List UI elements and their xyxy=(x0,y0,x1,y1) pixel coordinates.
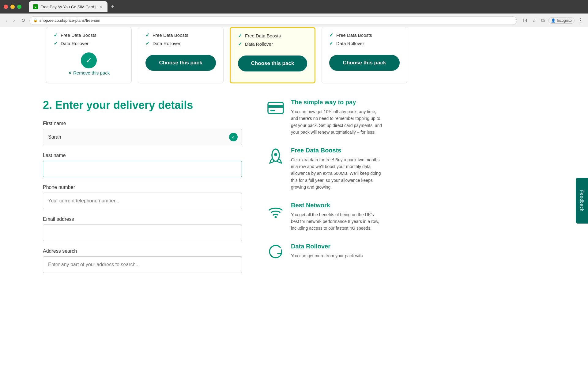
pack1-feature-data-rollover: ✓ Data Rollover xyxy=(54,40,124,46)
address-label: Address search xyxy=(43,248,242,254)
pack4-feature-data-boosts: ✓ Free Data Boosts xyxy=(329,32,400,38)
rollover-icon xyxy=(266,243,285,261)
feature-label: Data Rollover xyxy=(61,41,89,46)
menu-button[interactable]: ⋮ xyxy=(577,16,584,25)
new-tab-button[interactable]: + xyxy=(109,2,117,11)
incognito-icon: 👤 xyxy=(551,18,556,23)
pack-card-4: ✓ Free Data Boosts ✓ Data Rollover Choos… xyxy=(322,27,407,83)
check-icon: ✓ xyxy=(145,40,149,46)
rocket-icon xyxy=(266,147,285,165)
url-text: shop.ee.co.uk/price-plans/free-sim xyxy=(40,18,100,23)
check-icon: ✓ xyxy=(54,40,58,46)
check-icon: ✓ xyxy=(238,33,242,39)
selected-check-circle: ✓ xyxy=(81,52,97,68)
back-button[interactable]: ‹ xyxy=(4,17,9,25)
feature-label: Free Data Boosts xyxy=(245,33,281,38)
feature-label: Free Data Boosts xyxy=(61,33,96,38)
info-data-rollover-title: Data Rollover xyxy=(291,243,363,250)
info-card-data-rollover: Data Rollover You can get more from your… xyxy=(266,243,383,261)
address-input-wrap xyxy=(43,256,242,273)
reload-button[interactable]: ↻ xyxy=(19,16,27,25)
navigation-bar: ‹ › ↻ 🔒 shop.ee.co.uk/price-plans/free-s… xyxy=(0,13,588,27)
phone-number-input[interactable] xyxy=(43,193,242,209)
bookmark-button[interactable]: ☆ xyxy=(531,16,537,25)
svg-rect-0 xyxy=(268,102,283,113)
pack4-feature-data-rollover: ✓ Data Rollover xyxy=(329,40,400,46)
feature-label: Data Rollover xyxy=(245,41,273,47)
info-best-network-desc: You get all the benefits of being on the… xyxy=(291,211,383,232)
info-card-best-network: Best Network You get all the benefits of… xyxy=(266,202,383,232)
first-name-input-wrap: ✓ xyxy=(43,129,242,145)
info-free-data-title: Free Data Boosts xyxy=(291,147,383,154)
last-name-input-wrap xyxy=(43,161,242,177)
check-icon: ✓ xyxy=(145,32,149,38)
feature-label: Data Rollover xyxy=(153,41,180,46)
first-name-group: First name ✓ xyxy=(43,121,242,145)
check-icon: ✓ xyxy=(54,32,58,38)
pack-card-3: ✓ Free Data Boosts ✓ Data Rollover Choos… xyxy=(230,27,315,83)
choose-pack-2-button[interactable]: Choose this pack xyxy=(145,55,216,71)
nav-right-icons: ⊡ ☆ ⧉ 👤 Incognito ⋮ xyxy=(522,16,584,25)
pack4-features: ✓ Free Data Boosts ✓ Data Rollover xyxy=(329,27,400,49)
last-name-label: Last name xyxy=(43,153,242,158)
pack1-feature-data-boosts: ✓ Free Data Boosts xyxy=(54,32,124,38)
feature-label: Data Rollover xyxy=(336,41,364,46)
info-free-data-text: Free Data Boosts Get extra data for free… xyxy=(291,147,383,191)
email-label: Email address xyxy=(43,217,242,222)
svg-rect-2 xyxy=(270,110,275,111)
minimize-window-button[interactable] xyxy=(10,5,15,9)
info-card-simple-pay: The simple way to pay You can now get 10… xyxy=(266,99,383,136)
card-icon xyxy=(266,99,285,117)
traffic-lights xyxy=(4,5,21,9)
phone-number-group: Phone number xyxy=(43,185,242,209)
address-input[interactable] xyxy=(43,256,242,273)
lock-icon: 🔒 xyxy=(33,18,38,22)
tab-title: Free Pay As You Go SIM Card | xyxy=(40,5,96,9)
feedback-tab[interactable]: Feedback xyxy=(576,178,588,224)
tab-close-button[interactable]: × xyxy=(99,5,103,9)
last-name-input[interactable] xyxy=(43,161,242,177)
section-title: 2. Enter your delivery details xyxy=(43,99,242,112)
svg-point-4 xyxy=(274,153,277,156)
first-name-input[interactable] xyxy=(43,129,242,145)
choose-pack-3-button[interactable]: Choose this pack xyxy=(238,56,307,71)
email-input[interactable] xyxy=(43,224,242,241)
check-icon: ✓ xyxy=(329,40,333,46)
page-content: ✓ Free Data Boosts ✓ Data Rollover ✓ ✕ R… xyxy=(0,27,588,368)
pack1-features: ✓ Free Data Boosts ✓ Data Rollover xyxy=(54,27,124,49)
pack-card-1: ✓ Free Data Boosts ✓ Data Rollover ✓ ✕ R… xyxy=(46,27,132,83)
pack1-selected-state: ✓ ✕ Remove this pack xyxy=(68,52,110,76)
incognito-badge: 👤 Incognito xyxy=(548,17,575,24)
extension-button[interactable]: ⧉ xyxy=(540,17,546,25)
remove-pack-button[interactable]: ✕ Remove this pack xyxy=(68,70,110,76)
close-window-button[interactable] xyxy=(4,5,8,9)
active-tab[interactable]: G Free Pay As You Go SIM Card | × xyxy=(29,1,107,12)
forward-button[interactable]: › xyxy=(11,17,17,25)
phone-number-input-wrap xyxy=(43,193,242,209)
email-group: Email address xyxy=(43,217,242,241)
feature-label: Free Data Boosts xyxy=(336,33,372,38)
phone-number-label: Phone number xyxy=(43,185,242,190)
last-name-group: Last name xyxy=(43,153,242,177)
address-bar[interactable]: 🔒 shop.ee.co.uk/price-plans/free-sim xyxy=(29,16,517,25)
svg-point-5 xyxy=(275,216,277,218)
main-layout: 2. Enter your delivery details First nam… xyxy=(0,93,588,280)
info-simple-pay-desc: You can now get 10% off any pack, any ti… xyxy=(291,108,383,136)
info-simple-pay-title: The simple way to pay xyxy=(291,99,383,106)
info-card-free-data: Free Data Boosts Get extra data for free… xyxy=(266,147,383,191)
svg-rect-1 xyxy=(268,105,283,108)
maximize-window-button[interactable] xyxy=(17,5,21,9)
wifi-icon xyxy=(266,202,285,220)
first-name-label: First name xyxy=(43,121,242,126)
browser-chrome: G Free Pay As You Go SIM Card | × + xyxy=(0,0,588,13)
pack2-feature-data-boosts: ✓ Free Data Boosts xyxy=(145,32,216,38)
pack3-feature-data-rollover: ✓ Data Rollover xyxy=(238,41,307,47)
choose-pack-4-button[interactable]: Choose this pack xyxy=(329,55,400,71)
pack2-feature-data-rollover: ✓ Data Rollover xyxy=(145,40,216,46)
feature-label: Free Data Boosts xyxy=(153,33,188,38)
packs-row: ✓ Free Data Boosts ✓ Data Rollover ✓ ✕ R… xyxy=(0,27,588,93)
info-best-network-title: Best Network xyxy=(291,202,383,209)
address-group: Address search xyxy=(43,248,242,273)
pack3-feature-data-boosts: ✓ Free Data Boosts xyxy=(238,33,307,39)
cast-button[interactable]: ⊡ xyxy=(522,16,528,25)
